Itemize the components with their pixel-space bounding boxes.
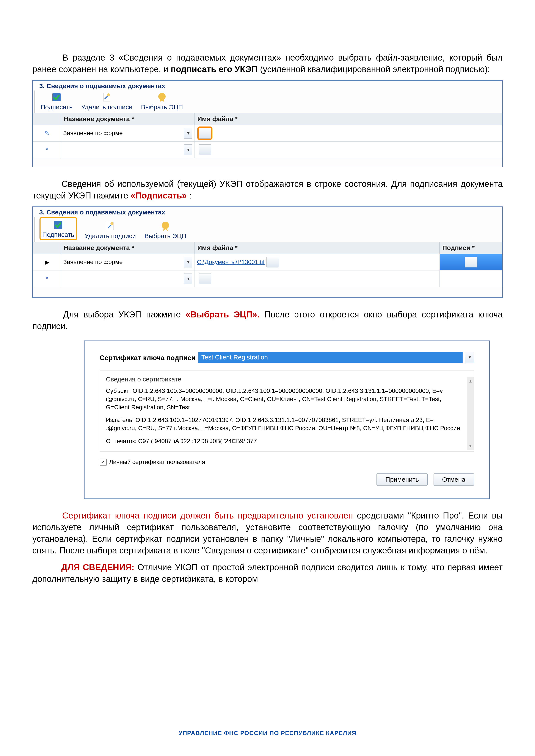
browse-button[interactable] (199, 145, 211, 155)
file-cell-empty[interactable] (195, 142, 502, 158)
toolbar-sign-label: Подписать (41, 103, 73, 111)
panel-docs-2: 3. Сведения о подаваемых документах Подп… (32, 206, 503, 298)
personal-cert-label: Личный сертификат пользователя (109, 458, 205, 466)
p5-lead: ДЛЯ СВЕДЕНИЯ: (61, 562, 134, 572)
toolbar-sign-label-2: Подписать (42, 231, 74, 238)
doc-name-cell-empty-2[interactable]: ▾ (61, 270, 195, 287)
cert-select-row: Сертификат ключа подписи Test Client Reg… (99, 352, 474, 363)
svg-point-2 (107, 93, 110, 96)
cert-info-fieldset: Сведения о сертификате Субъект: OID.1.2.… (99, 370, 474, 451)
svg-point-7 (110, 222, 113, 225)
p2-run1: Сведения об используемой (текущей) УКЭП … (32, 179, 503, 200)
p3-red: «Выбрать ЭЦП». (186, 310, 260, 319)
document-page: В разделе 3 «Сведения о подаваемых докум… (0, 0, 535, 756)
toolbar-remove-2[interactable]: Удалить подписи (85, 221, 136, 239)
th-doc-name: Название документа * (61, 113, 195, 125)
eraser-icon (101, 92, 112, 103)
panel-toolbar: Подписать Удалить подписи Выбрать ЭЦП (34, 91, 502, 113)
svg-point-8 (162, 222, 169, 229)
doc-name-value-2: Заявление по форме (63, 258, 123, 265)
file-cell-2[interactable]: С:\Документы\Р13001.tif (195, 254, 440, 270)
docs-table-2: Название документа * Имя файла * Подписи… (33, 242, 502, 287)
p4-red: Сертификат ключа подписи должен быть пре… (62, 511, 357, 520)
p2-run2: : (189, 191, 191, 200)
toolbar-remove[interactable]: Удалить подписи (81, 92, 132, 110)
row-new-icon: * (46, 275, 48, 282)
file-cell[interactable] (195, 125, 502, 142)
cancel-label: Отмена (442, 476, 465, 483)
p1-run2: (усиленной квалифицированной электронной… (260, 65, 490, 74)
row-current-icon: ▶ (44, 259, 49, 265)
dialog-buttons: Применить Отмена (99, 473, 474, 486)
dropdown-arrow-icon[interactable]: ▾ (184, 273, 192, 284)
personal-cert-row[interactable]: ✓ Личный сертификат пользователя (99, 458, 474, 466)
toolbar-remove-label-2: Удалить подписи (85, 232, 136, 239)
page-footer: УПРАВЛЕНИЕ ФНС РОССИИ ПО РЕСПУБЛИКЕ КАРЕ… (0, 730, 535, 737)
browse-button[interactable] (199, 273, 211, 284)
toolbar-remove-label: Удалить подписи (81, 103, 132, 111)
p3-run1: Для выбора УКЭП нажмите (63, 310, 185, 319)
cancel-button[interactable]: Отмена (433, 473, 474, 486)
doc-name-value: Заявление по форме (63, 130, 123, 137)
paragraph-5: ДЛЯ СВЕДЕНИЯ: Отличие УКЭП от простой эл… (32, 561, 503, 585)
cert-select-value: Test Client Registration (201, 354, 268, 361)
browse-button[interactable] (199, 128, 211, 139)
p1-bold: подписать его УКЭП (171, 65, 260, 74)
browse-button[interactable] (266, 257, 279, 267)
panel-toolbar-2: Подписать Удалить подписи Выбрать ЭЦП (34, 217, 502, 242)
th-file-name: Имя файла * (195, 113, 502, 125)
th-file-name-2: Имя файла * (195, 242, 440, 254)
row-new-icon: * (46, 147, 48, 153)
file-link[interactable]: С:\Документы\Р13001.tif (197, 258, 265, 265)
sign-check-icon (53, 219, 64, 230)
toolbar-choose-2[interactable]: Выбрать ЭЦП (145, 221, 186, 239)
toolbar-choose[interactable]: Выбрать ЭЦП (141, 92, 183, 110)
dropdown-arrow-icon[interactable]: ▾ (184, 128, 192, 139)
cert-issuer: Издатель: OID.1.2.643.100.1=102770019139… (106, 416, 463, 432)
dropdown-arrow-icon[interactable]: ▾ (184, 257, 192, 267)
paragraph-4: Сертификат ключа подписи должен быть пре… (32, 510, 503, 556)
paragraph-2: Сведения об используемой (текущей) УКЭП … (32, 178, 503, 201)
scrollbar-icon[interactable]: ▴▾ (466, 377, 474, 450)
cert-thumbprint: Отпечаток: C97 ( 94087 )AD22 :12D8 J0B( … (106, 437, 463, 445)
paragraph-3: Для выбора УКЭП нажмите «Выбрать ЭЦП». П… (32, 309, 503, 332)
row-edit-icon: ✎ (44, 130, 49, 136)
panel-docs-1: 3. Сведения о подаваемых документах Подп… (32, 80, 503, 167)
p2-red: «Подписать» (131, 191, 187, 200)
signature-button[interactable] (465, 257, 477, 267)
certificate-dialog: Сертификат ключа подписи Test Client Reg… (84, 340, 490, 499)
th-doc-name-2: Название документа * (61, 242, 195, 254)
toolbar-sign[interactable]: Подписать (41, 92, 73, 110)
cert-label: Сертификат ключа подписи (99, 352, 196, 363)
dropdown-arrow-icon[interactable]: ▾ (184, 145, 192, 155)
file-cell-empty-2[interactable] (195, 270, 440, 287)
docs-table-1: Название документа * Имя файла * ✎ Заявл… (33, 113, 502, 158)
cert-select[interactable]: Test Client Registration (198, 352, 463, 363)
toolbar-sign-highlighted[interactable]: Подписать (41, 218, 76, 239)
cert-fieldset-legend: Сведения о сертификате (106, 376, 463, 383)
toolbar-choose-label-2: Выбрать ЭЦП (145, 232, 186, 239)
cert-ball-icon (160, 221, 171, 231)
cert-select-arrow-icon[interactable]: ▾ (465, 352, 474, 363)
panel-title-2: 3. Сведения о подаваемых документах (33, 207, 502, 217)
doc-name-cell-2[interactable]: Заявление по форме ▾ (61, 254, 195, 270)
svg-point-3 (158, 93, 166, 100)
panel-title: 3. Сведения о подаваемых документах (33, 81, 502, 91)
paragraph-1: В разделе 3 «Сведения о подаваемых докум… (32, 52, 503, 75)
cert-subject: Субъект: OID.1.2.643.100.3=00000000000, … (106, 387, 463, 411)
eraser-icon (105, 221, 116, 231)
apply-button[interactable]: Применить (377, 473, 428, 486)
doc-name-cell[interactable]: Заявление по форме ▾ (61, 125, 195, 142)
th-signatures: Подписи * (440, 242, 502, 254)
personal-cert-checkbox[interactable]: ✓ (99, 459, 106, 466)
toolbar-choose-label: Выбрать ЭЦП (141, 103, 183, 111)
doc-name-cell-empty[interactable]: ▾ (61, 142, 195, 158)
sign-check-icon (51, 92, 62, 103)
cert-ball-icon (156, 92, 167, 103)
apply-label: Применить (385, 476, 419, 483)
